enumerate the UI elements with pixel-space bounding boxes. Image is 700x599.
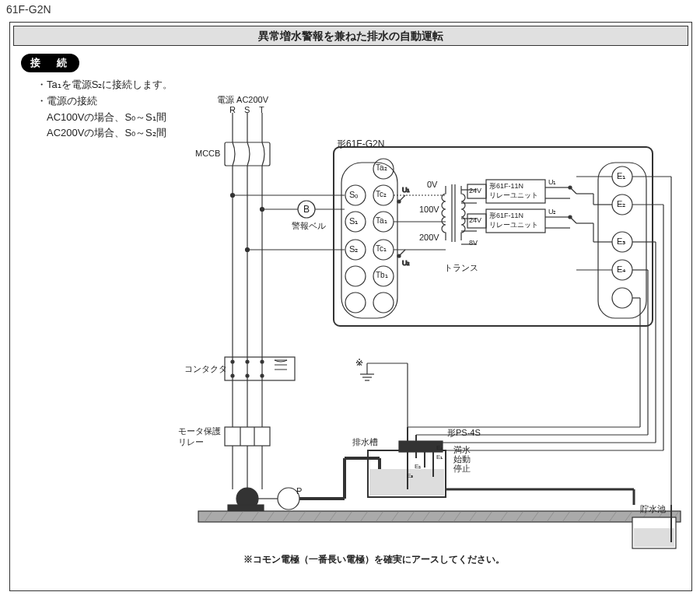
tap-200v: 200V bbox=[419, 233, 439, 242]
drain-tank-label: 排水槽 bbox=[352, 436, 378, 448]
u2-right: U₂ bbox=[548, 208, 557, 215]
svg-rect-105 bbox=[228, 505, 264, 511]
terminal-e3: E₃ bbox=[617, 236, 625, 247]
svg-rect-16 bbox=[341, 163, 397, 318]
svg-point-10 bbox=[261, 208, 264, 212]
terminal-tc1: Tc₁ bbox=[376, 244, 387, 253]
motor-relay-label2: リレー bbox=[178, 436, 204, 448]
svg-point-57 bbox=[569, 215, 572, 219]
svg-point-87 bbox=[231, 360, 234, 363]
svg-point-90 bbox=[231, 374, 234, 377]
svg-point-33 bbox=[612, 288, 632, 308]
motor-m: M bbox=[258, 486, 265, 496]
relay2-line2: リレーユニット bbox=[489, 220, 538, 230]
bell-b: B bbox=[303, 204, 310, 215]
sec-24v-2: 24V bbox=[469, 216, 481, 224]
reservoir-label: 貯水池 bbox=[640, 503, 666, 515]
terminal-ta1: Ta₁ bbox=[376, 216, 387, 225]
tap-100v: 100V bbox=[419, 205, 439, 214]
svg-point-39 bbox=[397, 200, 401, 203]
tap-0v: 0V bbox=[427, 180, 437, 189]
sec-24v-1: 24V bbox=[469, 187, 481, 194]
svg-text:U₂: U₂ bbox=[402, 259, 411, 267]
transformer-label: トランス bbox=[444, 262, 478, 274]
pump-p: P bbox=[296, 486, 302, 496]
footnote: ※コモン電極（一番長い電極）を確実にアースしてください。 bbox=[243, 553, 505, 566]
terminal-e4: E₄ bbox=[617, 264, 625, 275]
terminal-tc2: Tc₂ bbox=[376, 190, 387, 198]
terminal-s1: S₁ bbox=[349, 216, 358, 226]
u1-right: U₁ bbox=[548, 178, 557, 186]
phase-t: T bbox=[259, 105, 264, 114]
bell-caption: 警報ベル bbox=[292, 220, 326, 232]
svg-point-89 bbox=[261, 360, 264, 363]
mccb-label: MCCB bbox=[195, 149, 220, 158]
power-label: 電源 AC200V bbox=[217, 94, 268, 106]
svg-point-14 bbox=[246, 248, 250, 252]
sec-8v: 8V bbox=[469, 239, 478, 247]
relay1-line2: リレーユニット bbox=[489, 191, 538, 201]
page-title: 異常増水警報を兼ねた排水の自動運転 bbox=[13, 26, 688, 46]
svg-point-91 bbox=[246, 374, 249, 377]
terminal-ta2: Ta₂ bbox=[376, 163, 387, 172]
controller-model: 形61F-G2N bbox=[337, 138, 384, 151]
svg-point-56 bbox=[569, 186, 572, 189]
terminal-tb1: Tb₁ bbox=[376, 271, 388, 279]
model-number: 61F-G2N bbox=[6, 3, 51, 16]
level-stop: 停止 bbox=[453, 463, 471, 475]
terminal-s0: S₀ bbox=[349, 190, 358, 200]
contactor-label: コンタクタ bbox=[184, 363, 227, 375]
svg-text:U₁: U₁ bbox=[402, 186, 411, 194]
svg-point-28 bbox=[373, 292, 394, 313]
svg-point-88 bbox=[246, 360, 249, 363]
svg-point-27 bbox=[345, 292, 366, 313]
electrode-e2: E₂ bbox=[415, 463, 421, 470]
electrode-e4: E₄ bbox=[436, 444, 443, 451]
terminal-e2: E₂ bbox=[617, 199, 625, 209]
terminal-s2: S₂ bbox=[349, 244, 358, 254]
svg-rect-15 bbox=[334, 147, 653, 326]
ground-mark: ※ bbox=[355, 357, 363, 368]
electrode-e3: E₃ bbox=[407, 472, 413, 479]
motor-relay-label1: モータ保護 bbox=[178, 426, 221, 437]
svg-rect-150 bbox=[634, 528, 674, 547]
phase-r: R bbox=[229, 105, 236, 114]
electrode-e1: E₁ bbox=[436, 454, 443, 461]
svg-point-92 bbox=[261, 374, 264, 377]
svg-point-9 bbox=[231, 194, 235, 198]
svg-point-26 bbox=[345, 266, 366, 286]
ps4s-label: 形PS-4S bbox=[447, 427, 481, 439]
wiring-diagram: U₁ U₂ bbox=[10, 69, 691, 583]
svg-rect-96 bbox=[225, 427, 270, 446]
diagram-frame: 異常増水警報を兼ねた排水の自動運転 接 続 ・Ta₁を電源S₂に接続します。 ・… bbox=[9, 22, 692, 591]
phase-s: S bbox=[244, 105, 250, 114]
svg-point-41 bbox=[397, 254, 401, 257]
terminal-e1: E₁ bbox=[617, 171, 625, 181]
